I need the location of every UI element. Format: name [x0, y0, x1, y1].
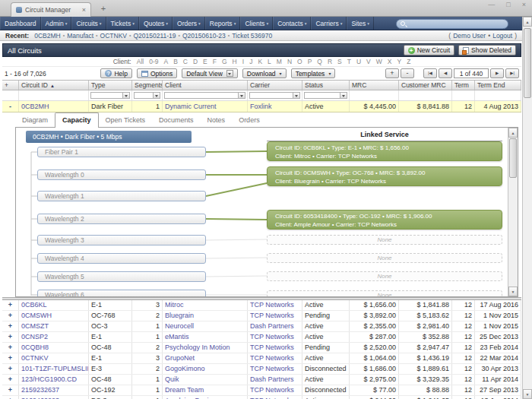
circuit-id-link[interactable]: 123/HCG1900.CD [19, 375, 89, 385]
client-link[interactable]: Bluegrain [163, 311, 248, 321]
circuit-id-link[interactable]: 0CMSZT [19, 321, 89, 331]
recent-link[interactable]: Q20150211-19 [133, 32, 176, 40]
nav-item-clients[interactable]: Clients▾ [240, 17, 273, 30]
carrier-link[interactable]: TCP Networks [248, 385, 302, 395]
scroll-up-button[interactable]: ▲ [508, 128, 518, 138]
carrier-link[interactable]: Foxlink [248, 101, 302, 112]
circuit-id-link[interactable]: 2159232637 [19, 385, 89, 395]
column-header-6[interactable]: Status [302, 81, 350, 90]
circuit-id-link[interactable]: 0CNSP2 [19, 332, 89, 342]
client-link[interactable]: GogoKimono [163, 364, 248, 374]
last-page-button[interactable]: ▶| [505, 68, 519, 78]
carrier-link[interactable]: Dash Partners [248, 321, 302, 331]
filter-select-type[interactable] [90, 92, 130, 99]
filter-select-status[interactable] [304, 92, 347, 99]
carrier-link[interactable]: TCP Networks [248, 364, 302, 374]
column-header-9[interactable]: Term [452, 81, 475, 90]
recent-link[interactable]: Ticket 536970 [232, 32, 272, 40]
client-link[interactable]: GrupoNet [163, 353, 248, 363]
client-filter-option[interactable]: All [137, 58, 144, 65]
client-filter-option[interactable]: U [356, 58, 361, 65]
carrier-link[interactable]: TCP Networks [248, 396, 302, 399]
circuit-id-link[interactable]: 0CTNKV [19, 353, 89, 363]
client-filter-option[interactable]: L [268, 58, 271, 65]
filter-select-carrier[interactable] [249, 92, 300, 99]
client-link[interactable]: Quik [163, 375, 248, 385]
expand-row-button[interactable]: + [2, 311, 19, 321]
client-link[interactable]: Psychology In Motion [163, 343, 248, 353]
nav-item-tickets[interactable]: Tickets▾ [106, 17, 139, 30]
circuit-id-link[interactable]: 101-T1ZF-TUPLMSLIH [19, 364, 89, 374]
nav-item-contacts[interactable]: Contacts▾ [273, 17, 311, 30]
expand-row-button[interactable]: + [2, 375, 19, 385]
nav-item-orders[interactable]: Orders▾ [173, 17, 205, 30]
search-input[interactable] [396, 19, 508, 29]
client-filter-option[interactable]: P [308, 58, 312, 65]
filter-circuit-id[interactable] [19, 90, 89, 100]
column-header-10[interactable]: Term End [475, 81, 521, 90]
channel-box[interactable]: Wavelength 3 [37, 235, 206, 245]
panel-scrollbar[interactable]: ▲ ▼ [508, 128, 518, 296]
tab-close-icon[interactable]: × [82, 6, 86, 14]
column-header-2[interactable]: Type [89, 81, 132, 90]
logout-link[interactable]: Logout [492, 32, 512, 40]
scrollbar-thumb[interactable] [509, 138, 517, 178]
circuit-id-link[interactable]: 0CB6KL [19, 300, 89, 310]
carrier-link[interactable]: TCP Networks [248, 300, 302, 310]
user-menu[interactable]: Demo User [453, 32, 486, 40]
prev-page-button[interactable]: ◀ [439, 68, 452, 78]
tab-notes[interactable]: Notes [201, 114, 233, 127]
tab-documents[interactable]: Documents [152, 114, 201, 127]
channel-box[interactable]: Wavelength 5 [37, 271, 206, 282]
templates-button[interactable]: Templates ▾ [291, 68, 336, 78]
scroll-down-button[interactable]: ▼ [508, 287, 518, 296]
carrier-link[interactable]: Dash Partners [248, 375, 302, 385]
channel-box[interactable]: Fiber Pair 1 [37, 147, 206, 157]
circuit-id-link[interactable]: 0CB2MH [19, 101, 89, 112]
client-link[interactable]: eMantis [163, 332, 248, 342]
nav-item-circuits[interactable]: Circuits▾ [71, 17, 106, 30]
client-filter-option[interactable]: X [388, 58, 392, 65]
client-filter-option[interactable]: Z [407, 58, 410, 65]
client-filter-option[interactable]: T [347, 58, 351, 65]
circuit-id-link[interactable]: 0CMSWH [19, 311, 89, 321]
filter-select-segments[interactable] [134, 92, 160, 99]
client-filter-option[interactable]: N [287, 58, 292, 65]
expand-row-button[interactable]: + [2, 385, 19, 395]
recent-link[interactable]: Manufact [67, 32, 93, 40]
client-link[interactable]: Arcelpius Design [163, 396, 248, 399]
recent-link[interactable]: Q20150610-23 [182, 32, 226, 40]
nav-item-carriers[interactable]: Carriers▾ [311, 17, 347, 30]
client-filter-option[interactable]: S [337, 58, 342, 65]
column-header-3[interactable]: Segments [132, 81, 163, 90]
client-filter-option[interactable]: W [376, 58, 382, 65]
options-button[interactable]: Options [137, 68, 177, 78]
browser-tab[interactable]: Circuit Manager × [11, 2, 91, 17]
scroll-up-button[interactable]: ▲ [523, 17, 532, 27]
client-filter-option[interactable]: H [233, 58, 237, 65]
circuit-id-link[interactable]: 0CQBH8 [19, 343, 89, 353]
linked-service-box[interactable]: Circuit ID: 0CB6KL • Type: E-1 • MRC: $ … [267, 141, 502, 161]
client-filter-option[interactable]: Q [317, 58, 322, 65]
linked-service-box[interactable]: Circuit ID: 6053418400 • Type: OC-192 • … [267, 210, 502, 230]
client-filter-option[interactable]: B [173, 58, 178, 65]
scrollbar-thumb[interactable] [524, 28, 531, 98]
default-view-select[interactable]: Default View [182, 68, 238, 78]
nav-item-quotes[interactable]: Quotes▾ [139, 17, 173, 30]
client-filter-option[interactable]: A [163, 58, 168, 65]
new-tab-button[interactable]: + [97, 4, 109, 14]
column-header-4[interactable]: Client [163, 81, 248, 90]
client-link[interactable]: Mitroc [163, 300, 248, 310]
client-filter-option[interactable]: K [258, 58, 262, 65]
collapse-row-button[interactable]: - [2, 101, 19, 112]
recent-link[interactable]: 0CB2MH [34, 32, 60, 40]
expand-row-button[interactable]: + [2, 332, 19, 342]
zoom-in-button[interactable]: + [385, 68, 399, 78]
maximize-icon[interactable]: □ [506, 1, 510, 8]
selected-circuit-row[interactable]: - 0CB2MH Dark Fiber 1 Dynamic Current Fo… [2, 101, 521, 112]
client-filter-option[interactable]: G [222, 58, 227, 65]
zoom-out-button[interactable]: - [401, 68, 414, 78]
close-icon[interactable]: × [522, 1, 526, 8]
next-page-button[interactable]: ▶ [490, 68, 504, 78]
column-header-1[interactable]: Circuit ID▲ [19, 81, 89, 90]
